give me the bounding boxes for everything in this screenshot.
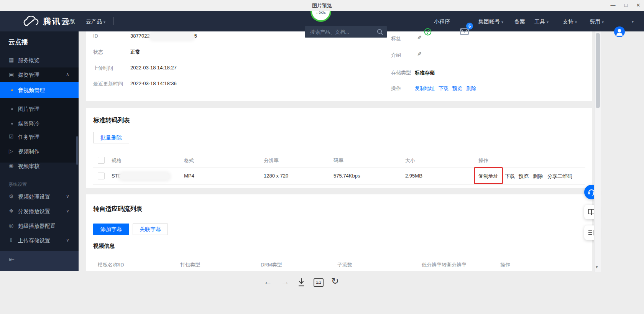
cell-bitrate: 575.74Kbps xyxy=(334,173,360,179)
row-share-qrcode-link[interactable]: 分享二维码 xyxy=(547,173,572,180)
col-spec: 规格 xyxy=(112,157,122,164)
avatar-caret[interactable]: ▾ xyxy=(630,18,634,24)
viewer-forward-button[interactable]: → xyxy=(281,277,289,287)
row-divider xyxy=(93,184,585,185)
media-icon: ▣ xyxy=(9,71,14,77)
scrollbar-thumb[interactable] xyxy=(596,33,600,108)
search-icon[interactable] xyxy=(377,29,383,35)
check-square-icon: ☑ xyxy=(9,133,14,140)
edit-tag-icon[interactable]: ✎ xyxy=(417,35,422,41)
sidebar-collapse-button[interactable]: ⇤ xyxy=(0,251,79,271)
sidebar-item-service-overview[interactable]: ▦ 服务概览 xyxy=(0,53,79,67)
media-detail-card: ID 38770225 状态 正常 上传时间 2022-03-18 14:18:… xyxy=(86,31,592,101)
tencent-cloud-logo-icon[interactable] xyxy=(22,16,40,27)
delete-link[interactable]: 删除 xyxy=(466,85,476,91)
transcode-list-card: 标准转码列表 批量删除 规格 格式 分辨率 码率 大小 操作 STD MP4 1… xyxy=(86,108,592,188)
col-package-type: 打包类型 xyxy=(180,261,200,268)
red-highlight-box xyxy=(474,167,503,184)
nav-billing[interactable]: 费用▾ xyxy=(590,18,604,25)
download-speed: ↓ 0K/s xyxy=(312,11,330,15)
sidebar-item-task-management[interactable]: ☑ 任务管理 xyxy=(0,130,79,144)
row-delete-link[interactable]: 删除 xyxy=(533,173,543,180)
sidebar-scrollbar-thumb[interactable] xyxy=(76,136,78,165)
viewer-rotate-button[interactable]: ↻ xyxy=(331,276,339,286)
col-drm-type: DRM类型 xyxy=(261,261,282,268)
col-operation: 操作 xyxy=(500,261,510,268)
collapse-icon: ⇤ xyxy=(9,256,15,263)
maximize-button[interactable]: □ xyxy=(621,1,631,10)
copy-url-link[interactable]: 复制地址 xyxy=(415,85,435,91)
storage-type-value: 标准存储 xyxy=(415,69,435,76)
caret-down-icon: ▾ xyxy=(575,20,577,24)
cell-format: MP4 xyxy=(184,173,194,179)
close-button[interactable]: ✕ xyxy=(633,1,643,10)
sidebar-item-video-production[interactable]: ▷ 视频制作 xyxy=(0,144,79,159)
edit-intro-icon[interactable]: ✎ xyxy=(417,51,422,57)
scroll-down-arrow[interactable]: ▾ xyxy=(596,265,598,270)
sidebar-item-media-management[interactable]: ▣ 媒资管理 ∧ xyxy=(0,67,79,82)
cell-resolution: 1280 x 720 xyxy=(264,173,288,179)
sidebar-item-super-player[interactable]: ◎ 超级播放器配置 xyxy=(0,219,79,233)
viewer-actual-size-button[interactable]: 1:1 xyxy=(314,278,324,287)
select-all-checkbox[interactable] xyxy=(98,157,105,164)
transcode-title: 标准转码列表 xyxy=(93,117,130,125)
page-scrollbar[interactable]: ▾ xyxy=(594,31,601,272)
nav-products[interactable]: 云产品▾ xyxy=(86,18,105,25)
window-title: 图片预览 xyxy=(0,2,644,9)
search-input[interactable] xyxy=(305,26,387,38)
sidebar-item-video-review[interactable]: ◉ 视频审核 xyxy=(0,159,79,173)
adaptive-stream-card: 转自适应码流列表 添加字幕 关联字幕 视频信息 模板名称/ID 打包类型 DRM… xyxy=(86,194,592,271)
preview-link[interactable]: 预览 xyxy=(452,85,462,91)
col-template: 模板名称/ID xyxy=(98,261,124,268)
sidebar-item-media-cooling[interactable]: 媒资降冷 xyxy=(0,116,79,131)
link-subtitle-button[interactable]: 关联字幕 xyxy=(133,224,168,235)
bullet-dot xyxy=(11,89,13,91)
caret-down-icon: ▾ xyxy=(104,20,105,24)
status-label: 状态 xyxy=(93,49,103,56)
play-icon: ▷ xyxy=(9,148,13,154)
nav-support[interactable]: 支持▾ xyxy=(563,18,577,25)
upload-time-value: 2022-03-18 14:18:27 xyxy=(130,65,177,71)
sidebar-section-system-settings: 系统设置 xyxy=(8,181,27,188)
avatar[interactable] xyxy=(614,26,625,37)
detail-actions: 复制地址下载预览删除 xyxy=(415,85,480,92)
gear-icon: ⚙ xyxy=(9,193,14,199)
row-download-link[interactable]: 下载 xyxy=(505,173,515,180)
nav-group-account[interactable]: 集团账号▾ xyxy=(478,18,503,25)
intro-label: 介绍 xyxy=(391,52,401,59)
nav-beian[interactable]: 备案 xyxy=(514,18,525,25)
mail-icon[interactable] xyxy=(460,28,469,35)
row-preview-link[interactable]: 预览 xyxy=(519,173,529,180)
row-checkbox[interactable] xyxy=(98,173,105,179)
col-operation: 操作 xyxy=(478,157,488,164)
nav-overview[interactable]: 总览 xyxy=(64,18,75,25)
sidebar-item-audio-video[interactable]: 音视频管理 xyxy=(0,82,79,98)
mail-badge: 6 xyxy=(466,23,473,30)
nav-miniprogram[interactable]: 小程序 xyxy=(434,18,450,25)
viewer-back-button[interactable]: ← xyxy=(264,277,272,287)
sidebar-item-upload-storage[interactable]: ⇧ 上传存储设置 ∨ xyxy=(0,233,79,248)
nav-tools[interactable]: 工具▾ xyxy=(534,18,549,25)
chevron-down-icon: ∨ xyxy=(66,194,69,199)
product-title: 云点播 xyxy=(8,38,28,46)
sidebar-item-video-processing[interactable]: ⚙ 视频处理设置 ∨ xyxy=(0,189,79,204)
chevron-down-icon: ∨ xyxy=(66,237,69,243)
sidebar-item-image-management[interactable]: 图片管理 xyxy=(0,102,79,116)
caret-down-icon: ▾ xyxy=(547,20,549,24)
col-resolution: 分辨率 xyxy=(264,157,279,164)
add-subtitle-button[interactable]: 添加字幕 xyxy=(93,224,129,235)
caret-down-icon: ▾ xyxy=(632,20,634,24)
download-link[interactable]: 下载 xyxy=(439,85,449,91)
viewer-download-button[interactable] xyxy=(297,278,305,287)
grid-icon: ▦ xyxy=(9,57,14,63)
chevron-up-icon: ∧ xyxy=(66,72,69,77)
sidebar-item-distribution-playback[interactable]: ❖ 分发播放设置 ∨ xyxy=(0,204,79,219)
upload-icon: ⇧ xyxy=(9,237,13,243)
upload-time-label: 上传时间 xyxy=(93,65,113,72)
tag-label: 标签 xyxy=(391,35,401,42)
id-value: 38770225 xyxy=(130,33,197,39)
minimize-button[interactable]: — xyxy=(608,1,618,10)
status-value: 正常 xyxy=(130,49,140,56)
video-info-label: 视频信息 xyxy=(93,243,115,250)
batch-delete-button[interactable]: 批量删除 xyxy=(93,132,129,143)
